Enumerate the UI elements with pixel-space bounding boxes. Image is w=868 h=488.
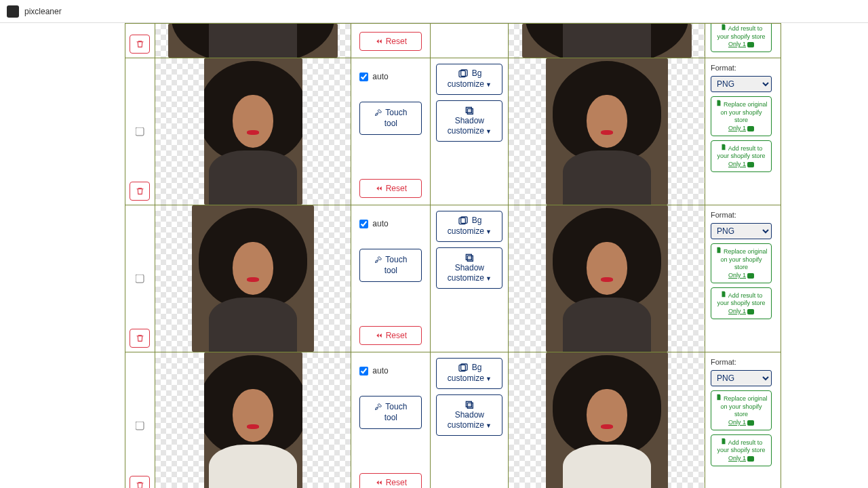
add-result-button[interactable]: Add result to your shopify store Only 1: [711, 287, 772, 319]
shadow-icon: [463, 399, 475, 410]
app-name: pixcleaner: [24, 7, 62, 16]
reset-button[interactable]: Reset: [359, 179, 422, 198]
format-label: Format:: [711, 358, 775, 366]
background-icon: [457, 216, 469, 226]
format-select[interactable]: PNG: [711, 76, 772, 92]
coin-icon: [747, 273, 754, 279]
add-result-button[interactable]: Add result to your shopify store Only 1: [711, 24, 772, 52]
chevron-down-icon: ▼: [486, 275, 492, 282]
delete-button[interactable]: [130, 476, 150, 488]
credit-cost: Only 1: [728, 41, 754, 49]
topbar: pixcleaner: [0, 0, 868, 23]
format-select[interactable]: PNG: [711, 223, 772, 239]
row-select-checkbox[interactable]: [136, 422, 144, 430]
trash-icon: [136, 186, 144, 196]
rewind-icon: [375, 332, 383, 339]
file-replace-icon: [715, 100, 722, 106]
credit-cost: Only 1: [728, 419, 754, 427]
coin-icon: [747, 309, 754, 314]
touch-tool-button[interactable]: Touchtool: [359, 102, 422, 135]
add-result-button[interactable]: Add result to your shopify store Only 1: [711, 140, 772, 172]
file-replace-icon: [715, 247, 722, 253]
tools-icon: [374, 108, 382, 117]
tools-icon: [374, 403, 382, 411]
bg-customize-button[interactable]: Bg customize▼: [436, 211, 502, 242]
replace-original-button[interactable]: Replace original on your shopify store O…: [711, 243, 772, 283]
file-replace-icon: [715, 394, 722, 401]
table-row: auto Touchtool Reset Bg customize▼ Shado…: [125, 58, 781, 205]
delete-button[interactable]: [130, 329, 150, 348]
background-icon: [457, 68, 469, 79]
file-add-icon: [720, 144, 727, 150]
auto-label: auto: [372, 72, 388, 81]
replace-original-button[interactable]: Replace original on your shopify store O…: [711, 390, 772, 430]
original-image: [155, 205, 351, 352]
shadow-icon: [463, 252, 475, 263]
bg-customize-button[interactable]: Bg customize▼: [436, 358, 502, 389]
replace-original-button[interactable]: Replace original on your shopify store O…: [711, 96, 772, 136]
touch-tool-button[interactable]: Touchtool: [359, 396, 422, 429]
trash-icon: [136, 333, 144, 343]
shadow-icon: [463, 105, 475, 116]
coin-icon: [747, 456, 754, 462]
auto-checkbox[interactable]: [359, 367, 368, 375]
original-image: [155, 24, 351, 58]
coin-icon: [747, 42, 754, 47]
original-image: [155, 352, 351, 488]
format-select[interactable]: PNG: [711, 370, 772, 386]
table-row: auto Touchtool Reset Bg customize▼ Shado…: [125, 205, 781, 352]
table-row: Reset Add result to your shopify store O…: [125, 24, 781, 58]
result-image: [509, 24, 705, 58]
trash-icon: [136, 39, 144, 49]
chevron-down-icon: ▼: [486, 422, 492, 429]
auto-checkbox[interactable]: [359, 220, 368, 228]
shadow-customize-button[interactable]: Shadow customize▼: [436, 100, 502, 142]
chevron-down-icon: ▼: [486, 128, 492, 135]
auto-label: auto: [372, 366, 388, 375]
bg-customize-button[interactable]: Bg customize▼: [436, 64, 502, 95]
svg-rect-7: [468, 256, 473, 261]
credit-cost: Only 1: [728, 161, 754, 169]
row-select-checkbox[interactable]: [136, 274, 144, 283]
delete-button[interactable]: [130, 182, 150, 201]
format-label: Format:: [711, 64, 775, 72]
tools-icon: [374, 256, 382, 264]
chevron-down-icon: ▼: [486, 81, 492, 88]
auto-checkbox[interactable]: [359, 73, 368, 81]
background-icon: [457, 363, 469, 373]
original-image: [155, 58, 351, 205]
auto-toggle[interactable]: auto: [359, 72, 422, 81]
format-label: Format:: [711, 211, 775, 219]
image-table: Reset Add result to your shopify store O…: [125, 23, 781, 488]
chevron-down-icon: ▼: [486, 375, 492, 382]
auto-toggle[interactable]: auto: [359, 219, 422, 228]
auto-toggle[interactable]: auto: [359, 366, 422, 375]
app-icon: [7, 5, 19, 18]
reset-button[interactable]: Reset: [359, 473, 422, 488]
coin-icon: [747, 126, 754, 131]
file-add-icon: [720, 291, 727, 298]
credit-cost: Only 1: [728, 455, 754, 463]
file-add-icon: [720, 438, 727, 445]
result-image: [509, 352, 705, 488]
result-image: [509, 205, 705, 352]
table-row: auto Touchtool Reset Bg customize▼ Shado…: [125, 352, 781, 489]
delete-button[interactable]: [130, 35, 150, 54]
auto-label: auto: [372, 219, 388, 228]
touch-tool-button[interactable]: Touchtool: [359, 249, 422, 282]
coin-icon: [747, 162, 754, 167]
file-add-icon: [720, 24, 727, 30]
shadow-customize-button[interactable]: Shadow customize▼: [436, 394, 502, 436]
trash-icon: [136, 481, 144, 488]
reset-button[interactable]: Reset: [359, 32, 422, 51]
chevron-down-icon: ▼: [486, 228, 492, 235]
credit-cost: Only 1: [728, 125, 754, 133]
svg-rect-3: [468, 108, 473, 114]
credit-cost: Only 1: [728, 272, 754, 280]
rewind-icon: [375, 38, 383, 45]
row-select-checkbox[interactable]: [136, 127, 144, 136]
reset-button[interactable]: Reset: [359, 326, 422, 345]
coin-icon: [747, 420, 754, 426]
add-result-button[interactable]: Add result to your shopify store Only 1: [711, 434, 772, 466]
shadow-customize-button[interactable]: Shadow customize▼: [436, 247, 502, 289]
